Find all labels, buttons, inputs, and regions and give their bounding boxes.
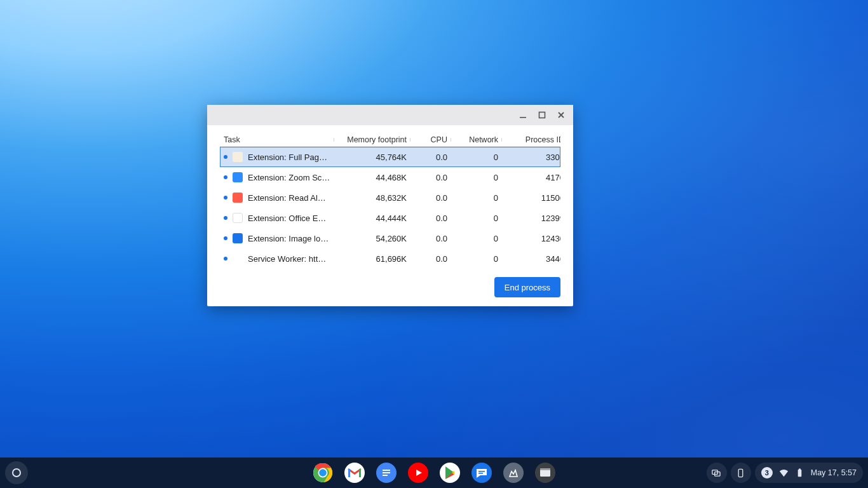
- status-tray: 3 May 17, 5:57: [707, 463, 863, 483]
- task-name-text: Extension: Read Aloud: A Text to Speech: [248, 193, 330, 203]
- task-memory-cell: 61,696K: [334, 254, 410, 264]
- task-network-cell: 0: [451, 152, 502, 162]
- task-cpu-cell: 0.0: [410, 173, 451, 182]
- app-play-store[interactable]: [440, 463, 460, 483]
- svg-rect-1: [539, 112, 545, 118]
- svg-rect-8: [359, 469, 361, 477]
- col-cpu[interactable]: CPU: [410, 135, 451, 144]
- clock-text: May 17, 5:57: [811, 468, 857, 477]
- window-close-button[interactable]: [552, 105, 571, 125]
- process-grouping-dot: [224, 216, 227, 220]
- task-pid-cell: 11506: [502, 193, 560, 203]
- extension-icon: [233, 213, 243, 223]
- process-grouping-dot: [224, 175, 227, 179]
- extension-icon: [233, 152, 243, 162]
- svg-rect-7: [348, 469, 350, 477]
- col-task[interactable]: Task: [220, 135, 334, 144]
- task-name-cell: Extension: Image loader: [220, 233, 334, 243]
- task-network-cell: 0: [451, 214, 502, 223]
- col-network[interactable]: Network: [451, 135, 502, 144]
- task-row[interactable]: Extension: Office Editing for Docs44,444…: [220, 208, 560, 228]
- status-area[interactable]: 3 May 17, 5:57: [755, 463, 863, 483]
- launcher-icon: [12, 468, 21, 477]
- task-pid-cell: 3446: [502, 254, 560, 264]
- app-docs[interactable]: [376, 463, 397, 483]
- process-grouping-dot: [224, 155, 227, 159]
- app-files[interactable]: [535, 463, 555, 483]
- task-row[interactable]: Service Worker: https://docs.google.com6…: [220, 248, 560, 269]
- phone-icon: [736, 468, 745, 478]
- svg-rect-11: [383, 475, 388, 476]
- task-name-cell: Extension: Full Page Screenshot: [220, 152, 334, 162]
- app-canvas[interactable]: [503, 463, 524, 483]
- task-row[interactable]: Extension: Zoom Scheduler44,468K0.004170: [220, 167, 560, 187]
- app-messages[interactable]: [471, 463, 492, 483]
- svg-rect-13: [478, 473, 483, 474]
- tray-phone-hub-button[interactable]: [731, 463, 751, 483]
- overview-icon: [712, 468, 721, 478]
- task-table-header[interactable]: Task Memory footprint CPU Network Proces…: [220, 133, 560, 147]
- window-titlebar[interactable]: [207, 105, 573, 125]
- col-memory[interactable]: Memory footprint: [334, 135, 410, 144]
- task-name-cell: Extension: Read Aloud: A Text to Speech: [220, 193, 334, 203]
- task-row[interactable]: Extension: Image loader54,260K0.0012430: [220, 228, 560, 248]
- extension-icon: [233, 254, 243, 264]
- task-network-cell: 0: [451, 234, 502, 243]
- col-pid[interactable]: Process ID: [502, 135, 560, 144]
- app-chrome[interactable]: [313, 463, 333, 483]
- task-pid-cell: 12399: [502, 214, 560, 223]
- svg-rect-10: [383, 472, 390, 473]
- extension-icon: [233, 193, 243, 203]
- launcher-button[interactable]: [5, 461, 28, 484]
- app-gmail[interactable]: [344, 463, 365, 483]
- svg-rect-9: [383, 470, 390, 471]
- notification-count-badge: 3: [761, 467, 773, 478]
- svg-point-5: [319, 469, 327, 477]
- window-minimize-button[interactable]: [513, 105, 532, 125]
- app-youtube[interactable]: [408, 463, 428, 483]
- task-manager-window: Task Memory footprint CPU Network Proces…: [207, 105, 573, 306]
- task-pid-cell: 3304: [502, 152, 560, 162]
- task-name-cell: Extension: Office Editing for Docs: [220, 213, 334, 223]
- process-grouping-dot: [224, 196, 227, 200]
- task-cpu-cell: 0.0: [410, 254, 451, 264]
- task-cpu-cell: 0.0: [410, 214, 451, 223]
- task-memory-cell: 44,444K: [334, 214, 410, 223]
- wifi-icon: [779, 468, 789, 478]
- task-cpu-cell: 0.0: [410, 152, 451, 162]
- svg-rect-0: [520, 117, 526, 118]
- task-network-cell: 0: [451, 173, 502, 182]
- task-name-text: Extension: Full Page Screenshot: [248, 152, 330, 162]
- process-grouping-dot: [224, 236, 227, 240]
- task-cpu-cell: 0.0: [410, 234, 451, 243]
- end-process-button[interactable]: End process: [494, 277, 560, 297]
- task-cpu-cell: 0.0: [410, 193, 451, 203]
- tray-overview-button[interactable]: [707, 463, 727, 483]
- task-name-cell: Extension: Zoom Scheduler: [220, 172, 334, 182]
- window-maximize-button[interactable]: [532, 105, 552, 125]
- svg-rect-20: [799, 468, 801, 470]
- task-row[interactable]: Extension: Full Page Screenshot45,764K0.…: [220, 147, 560, 167]
- task-memory-cell: 48,632K: [334, 193, 410, 203]
- task-pid-cell: 4170: [502, 173, 560, 182]
- task-name-text: Service Worker: https://docs.google.com: [248, 254, 330, 264]
- shelf-apps: [313, 463, 555, 483]
- task-name-text: Extension: Zoom Scheduler: [248, 173, 330, 182]
- task-name-text: Extension: Office Editing for Docs: [248, 214, 330, 223]
- task-network-cell: 0: [451, 254, 502, 264]
- task-memory-cell: 44,468K: [334, 173, 410, 182]
- task-network-cell: 0: [451, 193, 502, 203]
- svg-rect-15: [540, 468, 550, 470]
- extension-icon: [233, 233, 243, 243]
- task-row[interactable]: Extension: Read Aloud: A Text to Speech4…: [220, 187, 560, 208]
- extension-icon: [233, 172, 243, 182]
- task-pid-cell: 12430: [502, 234, 560, 243]
- battery-icon: [795, 468, 804, 478]
- task-table: Task Memory footprint CPU Network Proces…: [220, 133, 560, 269]
- shelf: 3 May 17, 5:57: [0, 458, 868, 488]
- task-memory-cell: 54,260K: [334, 234, 410, 243]
- svg-rect-19: [797, 469, 801, 476]
- svg-rect-18: [738, 469, 743, 477]
- task-memory-cell: 45,764K: [334, 152, 410, 162]
- task-name-text: Extension: Image loader: [248, 234, 330, 243]
